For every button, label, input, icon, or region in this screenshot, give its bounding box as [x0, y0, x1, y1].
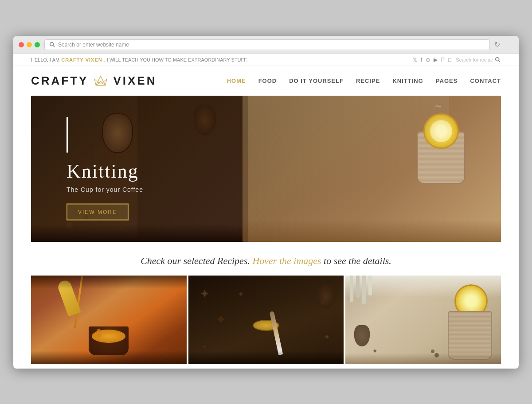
svg-line-3 [499, 60, 501, 62]
star-anise-6: ✦ [324, 332, 330, 342]
card-1-background [31, 276, 187, 364]
caramel-drop-1 [96, 329, 102, 338]
bottom-shadow-3 [345, 353, 501, 364]
star-anise-4: ✦ [237, 289, 245, 299]
bottom-overlay [243, 220, 501, 242]
svg-line-9 [101, 81, 102, 83]
twitter-icon[interactable]: 𝕏 [413, 57, 417, 63]
facebook-icon[interactable]: f [421, 57, 422, 63]
top-shadow-1 [31, 276, 187, 289]
pinecone-card3 [354, 325, 370, 346]
bottom-shadow-2 [188, 351, 344, 364]
nav-pages[interactable]: PAGES [436, 78, 458, 84]
brand-name: CRAFTY VIXEN [61, 57, 102, 62]
star-anise-1: ✦ [200, 287, 210, 301]
search-placeholder: Search for recipe [456, 57, 493, 62]
refresh-icon[interactable]: ↻ [494, 40, 500, 49]
site-content: HELLO, I AM CRAFTY VIXEN . I WILL TEACH … [13, 54, 519, 369]
scarf-strip-2 [356, 276, 360, 298]
social-icons: 𝕏 f ⊙ ▶ P □ [413, 57, 452, 63]
instagram-icon[interactable]: □ [448, 57, 451, 63]
hero-center-overlay [137, 96, 248, 242]
recipe-card-2[interactable]: ✦ ✦ ✦ ✦ ✦ ✦ [188, 276, 344, 364]
address-bar[interactable]: Search or enter website name [44, 39, 490, 50]
nav-contact[interactable]: CONTACT [470, 78, 501, 84]
hero-banner: ✦ 〜 [31, 96, 501, 242]
hero-title: Knitting [66, 159, 143, 182]
star-anise-5: ✦ [202, 342, 207, 351]
svg-point-2 [496, 57, 499, 61]
featured-tagline: Check our selected Recipes. Hover the im… [31, 255, 501, 267]
star-anise-3: ✦ [215, 311, 227, 328]
hero-content: Knitting The Cup for your Coffee VIEW MO… [66, 117, 143, 220]
svg-marker-4 [96, 76, 106, 85]
close-button[interactable] [19, 42, 24, 47]
nav-food[interactable]: FOOD [258, 78, 277, 84]
card-3-background: ✦ [345, 276, 501, 364]
hero-subtitle: The Cup for your Coffee [66, 186, 143, 193]
recipe-grid: ✦ ✦ ✦ ✦ ✦ ✦ [31, 276, 501, 369]
tagline-start: Check our selected Recipes. [141, 255, 250, 266]
logo-right: VIXEN [113, 74, 156, 88]
top-bar-right: 𝕏 f ⊙ ▶ P □ Search for recipe [413, 57, 501, 63]
youtube-icon[interactable]: ▶ [434, 57, 438, 63]
scarf-strip-3 [362, 276, 366, 304]
knit-mug-body [448, 311, 492, 360]
tagline-highlight: Hover the images [252, 255, 321, 266]
minimize-button[interactable] [27, 42, 32, 47]
card-2-background: ✦ ✦ ✦ ✦ ✦ ✦ [188, 276, 344, 364]
nav-recipe[interactable]: RECIPE [356, 78, 380, 84]
hero-right-panel: 〜 [243, 96, 501, 242]
search-submit-icon[interactable] [495, 57, 501, 63]
svg-point-0 [50, 42, 54, 46]
nav-knitting[interactable]: KNITTING [392, 78, 423, 84]
hero-line-decor [66, 117, 68, 152]
greeting-prefix: HELLO, I AM [31, 57, 59, 62]
browser-window: Search or enter website name ↻ HELLO, I … [13, 36, 519, 369]
scarf-strip-1 [350, 276, 353, 302]
nav-diy[interactable]: DO IT YOURSELF [289, 78, 344, 84]
logo-fox-icon [93, 74, 109, 87]
search-icon [49, 42, 55, 48]
nav-home[interactable]: HOME [227, 78, 246, 84]
address-text: Search or enter website name [58, 42, 129, 48]
recipe-card-1[interactable] [31, 276, 187, 364]
hero-cta-button[interactable]: VIEW MORE [66, 203, 129, 220]
top-bar: HELLO, I AM CRAFTY VIXEN . I WILL TEACH … [13, 54, 519, 66]
table-dark [31, 351, 187, 364]
coffee-bean-2 [431, 350, 434, 353]
top-bar-greeting: HELLO, I AM CRAFTY VIXEN . I WILL TEACH … [31, 57, 248, 62]
featured-section: Check our selected Recipes. Hover the im… [13, 242, 519, 276]
maximize-button[interactable] [35, 42, 40, 47]
greeting-suffix: . I WILL TEACH YOU HOW TO MAKE EXTRAORDI… [104, 57, 248, 62]
logo-left: CRAFTY [31, 74, 88, 88]
pinecone-card2 [317, 284, 335, 309]
site-logo[interactable]: CRAFTY VIXEN [31, 74, 156, 88]
scarf-strip-4 [368, 276, 372, 295]
camera-icon[interactable]: ⊙ [426, 57, 430, 63]
recipe-card-3[interactable]: ✦ [345, 276, 501, 364]
tagline-end: to see the details. [324, 255, 391, 266]
svg-line-8 [99, 81, 101, 83]
main-nav: HOME FOOD DO IT YOURSELF RECIPE KNITTING… [227, 78, 501, 84]
pinterest-icon[interactable]: P [441, 57, 445, 63]
top-search-bar[interactable]: Search for recipe [456, 57, 501, 63]
site-header: CRAFTY VIXEN HOME FOOD DO IT YOURSELF RE… [13, 66, 519, 96]
browser-chrome: Search or enter website name ↻ [13, 36, 519, 54]
traffic-lights [19, 42, 40, 47]
svg-line-1 [53, 45, 55, 47]
paintbrush-card2 [269, 311, 283, 355]
